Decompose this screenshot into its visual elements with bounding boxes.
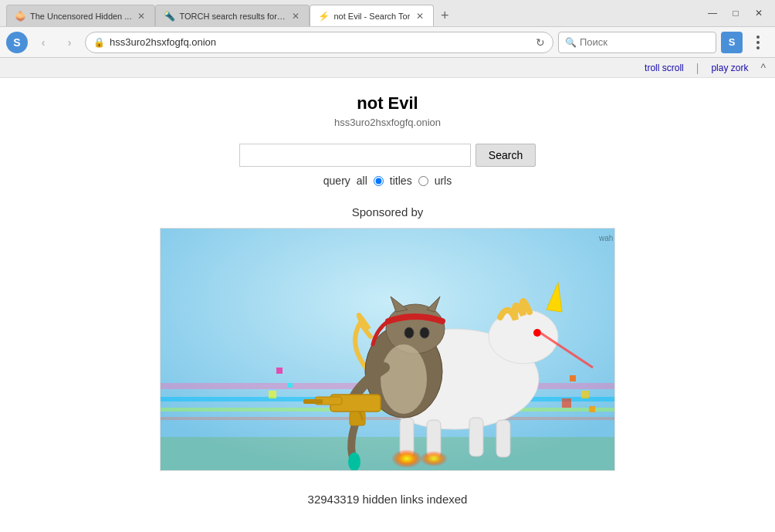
tab1-title: The Uncensored Hidden ... [30,12,131,21]
image-scene: wah [161,229,614,470]
troll-scroll-link[interactable]: troll scroll [645,63,684,73]
svg-point-24 [348,452,360,471]
svg-point-18 [386,304,445,354]
svg-text:wah: wah [598,234,613,242]
toolbar: S ‹ › 🔒 ↻ 🔍 S [0,27,775,58]
refresh-button[interactable]: ↻ [536,36,545,49]
svg-rect-34 [562,398,571,408]
tab3-favicon: ⚡ [318,11,329,22]
svg-point-22 [420,327,429,338]
tab1-close[interactable]: ✕ [136,11,147,22]
svg-rect-30 [288,383,293,388]
search-form: Search [239,144,536,167]
svg-rect-32 [570,375,576,381]
tab-strip: 🧅 The Uncensored Hidden ... ✕ 🔦 TORCH se… [6,0,702,26]
page-content: not Evil hss3uro2hsxfogfq.onion Search q… [0,78,775,532]
svg-point-21 [404,327,414,338]
svg-point-23 [381,344,427,414]
svg-rect-35 [589,406,595,412]
window-controls: — □ ✕ [702,3,769,23]
browser-search-bar[interactable]: 🔍 [558,32,716,53]
titles-radio[interactable] [374,176,384,186]
sponsored-image: wah [160,228,615,471]
tab2-close[interactable]: ✕ [290,11,301,22]
menu-dot-2 [756,41,760,44]
address-bar[interactable]: 🔒 ↻ [85,32,553,53]
tab2-title: TORCH search results for: ... [179,12,286,21]
sponsored-label: Sponsored by [352,205,424,219]
search-button[interactable]: Search [475,144,536,167]
tab3-title: not Evil - Search Tor [333,12,410,21]
svg-rect-1 [161,437,615,471]
tab2-favicon: 🔦 [164,11,174,22]
menu-dot-3 [756,46,760,49]
tab-notevil[interactable]: ⚡ not Evil - Search Tor ✕ [310,5,434,26]
menu-button[interactable] [747,32,769,53]
back-button[interactable]: ‹ [32,32,54,53]
sponsored-svg: wah [161,229,615,471]
urls-label[interactable]: urls [435,175,452,187]
svg-point-16 [420,451,448,466]
urls-radio[interactable] [418,176,428,186]
svg-rect-33 [581,391,589,398]
query-input[interactable] [239,144,471,167]
svg-rect-31 [269,391,276,398]
svg-rect-14 [496,420,510,457]
browser-search-icon: 🔍 [565,37,577,48]
tab3-close[interactable]: ✕ [415,11,425,22]
svg-point-9 [533,329,541,337]
profile-icon[interactable]: S [6,32,28,53]
lock-icon: 🔒 [93,37,105,48]
radio-row: query all titles urls [323,175,452,187]
tab-uncensored[interactable]: 🧅 The Uncensored Hidden ... ✕ [6,5,155,26]
close-button[interactable]: ✕ [749,3,769,23]
site-domain: hss3uro2hsxfogfq.onion [334,117,441,128]
tab1-favicon: 🧅 [15,11,25,22]
play-zork-link[interactable]: play zork [711,63,748,73]
browser-frame: 🧅 The Uncensored Hidden ... ✕ 🔦 TORCH se… [0,0,775,532]
tab-torch[interactable]: 🔦 TORCH search results for: ... ✕ [155,5,310,26]
scroll-up-indicator[interactable]: ^ [760,62,766,74]
title-bar: 🧅 The Uncensored Hidden ... ✕ 🔦 TORCH se… [0,0,775,27]
query-label: query [323,175,350,187]
bookmark-separator: | [696,62,699,74]
new-tab-button[interactable]: + [434,5,455,26]
titles-label[interactable]: titles [390,175,412,187]
all-label: all [357,175,367,187]
svg-point-15 [391,449,422,468]
bookmarks-bar: troll scroll | play zork ^ [0,58,775,78]
svg-rect-13 [469,418,483,456]
browser-search-input[interactable] [580,36,709,48]
indexed-count: 32943319 hidden links indexed [308,493,468,506]
svg-rect-5 [161,417,615,420]
forward-button[interactable]: › [59,32,80,53]
maximize-button[interactable]: □ [726,3,746,23]
site-title: not Evil [357,93,418,114]
minimize-button[interactable]: — [702,3,723,23]
svg-rect-28 [303,399,323,404]
svg-rect-29 [276,368,283,374]
extension-button[interactable]: S [721,32,743,53]
address-input[interactable] [110,36,531,48]
menu-dot-1 [756,36,760,39]
